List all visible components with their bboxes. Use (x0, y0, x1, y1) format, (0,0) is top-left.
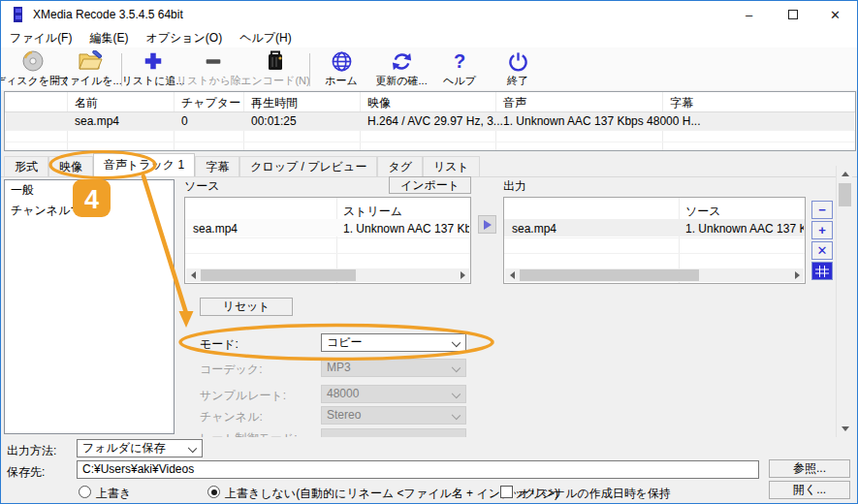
menu-edit[interactable]: 編集(E) (80, 28, 137, 47)
output-hscrollbar[interactable] (505, 268, 804, 282)
tab-bar: 形式 映像 音声トラック 1 字幕 クロップ / プレビュー タグ リスト (4, 154, 480, 176)
import-button[interactable]: インポート (389, 176, 471, 194)
menu-options[interactable]: オプション(O) (137, 28, 231, 47)
keep-date-checkbox[interactable] (500, 486, 513, 498)
transfer-stream-button[interactable] (478, 215, 496, 234)
codec-label: コーデック: (200, 362, 262, 378)
minus-icon (203, 49, 224, 73)
column-header-video[interactable]: 映像 (367, 95, 391, 111)
destination-label: 保存先: (7, 464, 45, 481)
codec-select: MP3 (321, 359, 466, 377)
toolbar-separator (309, 53, 310, 86)
app-window: XMedia Recode 3.5.4.5 64bit – ✕ ファイル(F) … (0, 0, 858, 504)
minimize-button[interactable]: – (727, 1, 771, 28)
power-icon (507, 49, 529, 73)
home-button[interactable]: ホーム (315, 49, 367, 90)
file-video-cell: H.264 / AVC 29.97 Hz, 3... (367, 114, 503, 128)
overwrite-radio[interactable] (79, 486, 91, 498)
mode-select[interactable]: コピー (321, 333, 466, 352)
samplerate-select: 48000 (321, 385, 466, 403)
source-stream-column-header[interactable]: ストリーム (343, 204, 402, 220)
remove-from-list-button[interactable]: リストから除... (183, 49, 243, 90)
arrow-right-icon (484, 220, 492, 230)
scroll-up-icon (842, 172, 849, 176)
close-button[interactable]: ✕ (813, 1, 857, 28)
file-audio-cell: 1. Unknown AAC 137 Kbps 48000 H... (503, 114, 700, 128)
toolbar: ディスクを開く ファイルを... リストに追... リストから除... エンコー… (1, 47, 857, 90)
tab-video[interactable]: 映像 (48, 156, 93, 176)
tab-tag[interactable]: タグ (377, 156, 423, 176)
mixer-grid-icon (815, 266, 829, 277)
column-header-chapter[interactable]: チャプター (181, 95, 240, 111)
menu-bar: ファイル(F) 編集(E) オプション(O) ヘルプ(H) (1, 28, 857, 47)
help-icon: ? (454, 49, 465, 73)
scroll-left-icon (510, 271, 515, 279)
category-channel-mapping[interactable]: チャンネルマッ (5, 201, 174, 221)
tab-crop-preview[interactable]: クロップ / プレビュー (239, 156, 377, 176)
remove-track-button[interactable]: − (811, 201, 833, 219)
menu-file[interactable]: ファイル(F) (1, 28, 80, 47)
chevron-down-icon (188, 444, 197, 453)
source-stream-info: 1. Unknown AAC 137 Kbps 480. (343, 222, 469, 236)
add-to-list-button[interactable]: リストに追... (125, 49, 181, 90)
mixer-button[interactable] (811, 262, 833, 280)
open-disc-button[interactable]: ディスクを開く (5, 49, 61, 90)
delete-track-button[interactable]: ✕ (811, 241, 833, 260)
channel-select: Stereo (321, 406, 466, 425)
source-file-name: sea.mp4 (193, 222, 238, 236)
tab-audio-track-1[interactable]: 音声トラック 1 (93, 153, 195, 176)
scrollbar-thumb[interactable] (839, 183, 851, 206)
refresh-icon (391, 49, 413, 73)
encode-button[interactable]: エンコード(N) (245, 49, 305, 90)
output-panel-title: 出力 (503, 178, 526, 195)
destination-input[interactable]: C:¥Users¥aki¥Videos (77, 460, 759, 479)
chevron-down-icon (452, 363, 461, 372)
output-method-select[interactable]: フォルダに保存 (77, 439, 203, 457)
category-general[interactable]: 一般 (5, 180, 174, 201)
file-name-cell[interactable]: sea.mp4 (75, 114, 119, 128)
window-title: XMedia Recode 3.5.4.5 64bit (33, 8, 183, 21)
chevron-down-icon (452, 338, 461, 347)
tab-format[interactable]: 形式 (4, 156, 48, 176)
menu-help[interactable]: ヘルプ(H) (231, 28, 301, 47)
app-logo-icon (11, 7, 25, 22)
globe-icon (331, 49, 353, 73)
title-bar: XMedia Recode 3.5.4.5 64bit – ✕ (1, 1, 857, 28)
output-method-label: 出力方法: (7, 443, 56, 459)
source-stream-table: ストリーム sea.mp4 1. Unknown AAC 137 Kbps 48… (184, 197, 471, 284)
column-header-subtitle[interactable]: 字幕 (670, 95, 693, 111)
content-vscrollbar[interactable] (836, 166, 852, 437)
overwrite-radio-label[interactable]: 上書き (96, 486, 131, 502)
source-hscrollbar[interactable] (186, 268, 469, 282)
no-overwrite-radio[interactable] (207, 486, 220, 498)
scroll-down-icon (842, 426, 849, 431)
open-file-button[interactable]: ファイルを... (63, 49, 117, 90)
output-stream-info: 1. Unknown AAC 137 Kbps 4 (685, 222, 804, 236)
output-file-name: sea.mp4 (512, 222, 556, 236)
annotation-arrow-head-icon (179, 311, 194, 328)
channel-label: チャンネル: (200, 409, 263, 425)
maximize-button[interactable] (771, 1, 814, 28)
open-button[interactable]: 開く... (769, 481, 850, 499)
file-list: 名前 チャプター 再生時間 映像 音声 字幕 sea.mp4 0 00:01:2… (4, 91, 856, 151)
browse-button[interactable]: 参照... (769, 459, 850, 478)
column-header-name[interactable]: 名前 (75, 95, 98, 111)
folder-open-icon (78, 49, 103, 73)
chevron-down-icon (452, 390, 461, 398)
encode-icon (265, 49, 286, 73)
mode-label: モード: (200, 336, 238, 353)
samplerate-label: サンプルレート: (200, 388, 286, 404)
keep-date-checkbox-label[interactable]: オリジナルの作成日時を保持 (518, 486, 671, 502)
help-button[interactable]: ? ヘルプ (435, 49, 484, 90)
tab-list[interactable]: リスト (423, 156, 480, 176)
column-header-duration[interactable]: 再生時間 (251, 95, 298, 111)
add-track-button[interactable]: + (811, 221, 833, 239)
source-panel-title: ソース (184, 178, 220, 195)
column-header-audio[interactable]: 音声 (503, 95, 526, 111)
tab-subtitle[interactable]: 字幕 (195, 156, 239, 176)
quit-button[interactable]: 終了 (492, 49, 544, 90)
output-source-column-header[interactable]: ソース (685, 204, 721, 220)
check-update-button[interactable]: 更新の確... (371, 49, 431, 90)
output-stream-table: ソース sea.mp4 1. Unknown AAC 137 Kbps 4 (503, 197, 806, 284)
reset-button[interactable]: リセット (200, 298, 293, 316)
